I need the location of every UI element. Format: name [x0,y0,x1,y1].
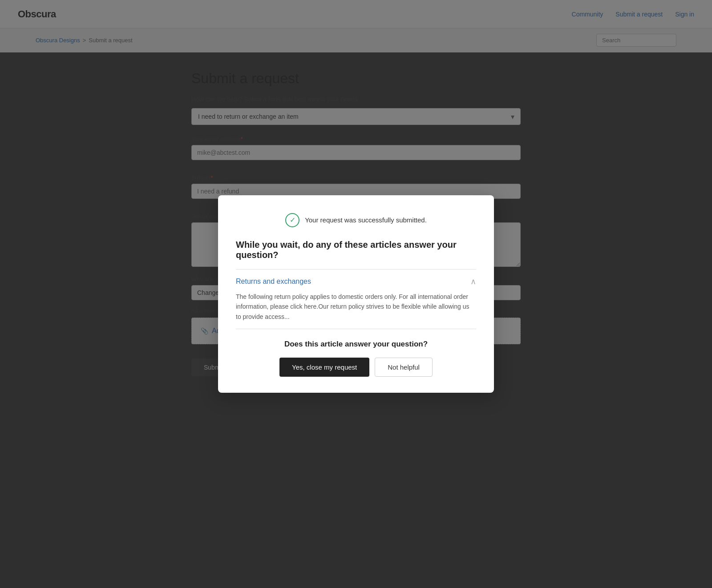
checkmark-icon: ✓ [290,217,295,224]
success-icon: ✓ [285,213,299,227]
modal-dialog: ✓ Your request was successfully submitte… [218,195,494,393]
modal-overlay: ✓ Your request was successfully submitte… [0,0,712,588]
article-excerpt: The following return policy applies to d… [236,292,476,322]
chevron-up-icon[interactable]: ∧ [470,277,476,286]
article-title-link[interactable]: Returns and exchanges [236,278,311,286]
does-article-question: Does this article answer your question? [236,340,476,349]
modal-actions: Yes, close my request Not helpful [236,358,476,377]
divider-top [236,269,476,270]
success-banner: ✓ Your request was successfully submitte… [236,213,476,227]
not-helpful-button[interactable]: Not helpful [375,358,433,377]
yes-close-button[interactable]: Yes, close my request [279,358,369,377]
success-message: Your request was successfully submitted. [305,216,427,224]
while-you-wait-heading: While you wait, do any of these articles… [236,240,476,260]
article-header: Returns and exchanges ∧ [236,277,476,286]
divider-bottom [236,329,476,329]
